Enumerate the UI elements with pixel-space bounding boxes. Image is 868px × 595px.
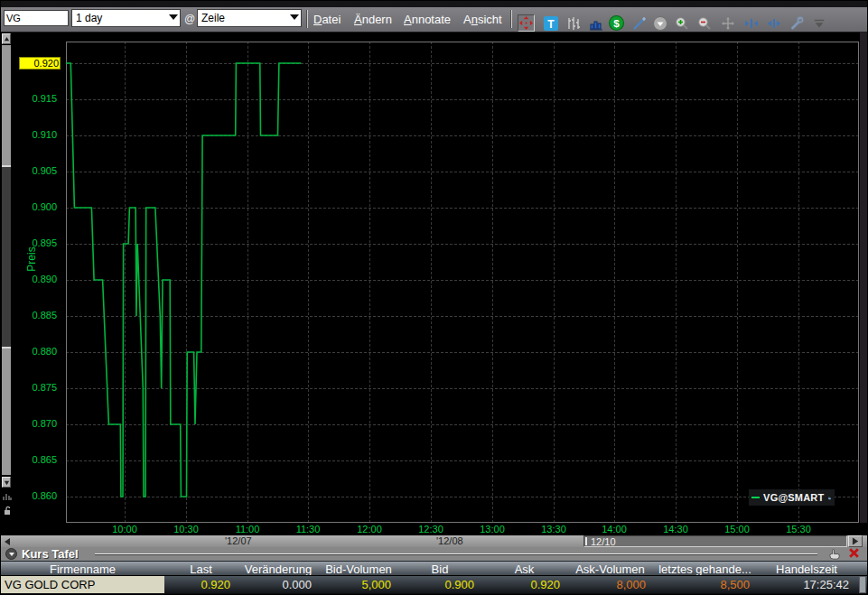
- window-top-strip: [1, 1, 868, 7]
- chart-style-value: Zeile: [201, 12, 225, 24]
- x-axis-label: 11:30: [288, 524, 328, 535]
- menu-aendern[interactable]: Ändern: [354, 13, 392, 26]
- x-axis-label: 13:30: [534, 524, 574, 535]
- quote-table-row[interactable]: VG GOLD CORP0.9200.0005,0000.9000.9208,0…: [1, 575, 868, 593]
- price-dollar-tool-icon[interactable]: $: [608, 14, 625, 32]
- settings-wrench-icon[interactable]: [788, 14, 805, 32]
- column-header-9[interactable]: Handelszeit: [757, 562, 856, 576]
- date-scrollbar[interactable]: '12/07 '12/08 12/10: [1, 535, 868, 547]
- x-axis-label: 14:00: [594, 524, 634, 535]
- date-label: '12/07: [225, 535, 252, 546]
- firmenname-cell[interactable]: VG GOLD CORP: [1, 576, 164, 593]
- chart-style-dropdown[interactable]: Zeile: [197, 9, 302, 27]
- quote-value-cell[interactable]: 8,500: [653, 578, 757, 591]
- quote-panel: Kurs Tafel FirmennameLastVeränderungBid-…: [1, 547, 868, 595]
- column-header-3[interactable]: Veränderung: [238, 562, 319, 576]
- scale-thumb[interactable]: [2, 165, 11, 349]
- toolbar-separator: [510, 10, 512, 28]
- chevron-down-icon[interactable]: [290, 14, 299, 20]
- range-cursor: [585, 537, 587, 545]
- column-header-5[interactable]: Bid: [398, 562, 481, 576]
- date-label: '12/08: [436, 535, 463, 546]
- move-tool-icon[interactable]: [518, 14, 535, 32]
- x-axis-label: 10:30: [166, 524, 206, 535]
- row-scrollbar[interactable]: [859, 576, 866, 593]
- column-header-6[interactable]: Ask: [481, 562, 567, 576]
- text-tool-icon[interactable]: T: [542, 14, 559, 32]
- x-axis-labels-row: 10:0010:3011:0011:3012:0012:3013:0013:30…: [1, 523, 868, 535]
- draw-line-tool-icon[interactable]: [630, 14, 648, 32]
- collapse-panel-button[interactable]: [5, 548, 17, 560]
- scroll-left-icon[interactable]: [2, 536, 12, 547]
- vertical-scale-strip: [1, 33, 12, 535]
- main-toolbar: 1 day @ Zeile Datei Ändern Annotate Ansi…: [1, 7, 868, 33]
- collapse-caret-icon[interactable]: [810, 14, 827, 32]
- price-line-chart[interactable]: [1, 33, 868, 535]
- zoom-out-icon[interactable]: [695, 14, 713, 32]
- period-dropdown[interactable]: 1 day: [71, 9, 181, 27]
- hand-icon: [827, 493, 832, 503]
- svg-text:$: $: [613, 17, 620, 29]
- scale-up-button[interactable]: [2, 33, 11, 44]
- x-axis-label: 13:00: [472, 524, 512, 535]
- x-axis-label: 11:00: [228, 524, 267, 535]
- chart-legend[interactable]: VG@SMART: [749, 489, 835, 506]
- menu-datei[interactable]: Datei: [313, 13, 341, 26]
- chart-type-icon[interactable]: [2, 491, 12, 502]
- x-axis-label: 10:00: [105, 524, 145, 535]
- quote-table-header: FirmennameLastVeränderungBid-VolumenBidA…: [1, 561, 868, 576]
- period-value: 1 day: [76, 12, 102, 24]
- quote-value-cell[interactable]: 8,000: [567, 578, 653, 591]
- x-axis-label: 14:30: [656, 524, 695, 535]
- column-header-1[interactable]: Firmenname: [1, 562, 164, 576]
- menu-annotate[interactable]: Annotate: [404, 13, 451, 26]
- quote-panel-header: Kurs Tafel: [1, 547, 868, 561]
- toolbar-separator: [306, 10, 308, 28]
- active-date-range[interactable]: 12/10: [583, 535, 847, 547]
- scale-track[interactable]: [2, 45, 11, 475]
- quote-value-cell[interactable]: 5,000: [319, 578, 398, 591]
- quote-value-cell[interactable]: 17:25:42: [757, 578, 856, 591]
- compress-horizontal-icon[interactable]: [765, 14, 782, 32]
- quote-value-cell[interactable]: 0.920: [164, 578, 238, 591]
- candlestick-tool-icon[interactable]: [565, 14, 582, 32]
- expand-horizontal-icon[interactable]: [742, 14, 760, 32]
- at-label: @: [184, 13, 195, 25]
- svg-text:T: T: [547, 17, 555, 30]
- quote-value-cell[interactable]: 0.920: [481, 578, 567, 591]
- menu-ansicht[interactable]: Ansicht: [463, 13, 502, 26]
- x-axis-label: 12:30: [411, 524, 451, 535]
- header-rule: [95, 553, 817, 555]
- column-header-8[interactable]: letztes gehande...: [653, 562, 757, 576]
- pan-tool-icon[interactable]: [719, 14, 736, 32]
- quote-value-cell[interactable]: 0.000: [238, 578, 319, 591]
- x-axis-label: 15:30: [779, 524, 818, 535]
- volume-chart-tool-icon[interactable]: [587, 14, 604, 32]
- column-header-2[interactable]: Last: [164, 562, 238, 576]
- quote-value-cell[interactable]: 0.900: [398, 578, 481, 591]
- trading-app-window: 1 day @ Zeile Datei Ändern Annotate Ansi…: [0, 0, 868, 595]
- legend-line-swatch: [751, 497, 760, 498]
- chart-area: 0.9200.9150.9100.9050.9000.8950.8900.885…: [1, 33, 868, 535]
- column-header-4[interactable]: Bid-Volumen: [319, 562, 398, 576]
- unlock-icon[interactable]: [2, 505, 12, 516]
- symbol-input[interactable]: [4, 10, 69, 26]
- price-line-series: [66, 63, 301, 497]
- chevron-down-icon[interactable]: [169, 14, 178, 20]
- panel-title: Kurs Tafel: [22, 547, 79, 561]
- active-date-label: 12/10: [591, 536, 616, 547]
- column-header-7[interactable]: Ask-Volumen: [567, 562, 653, 576]
- x-axis-label: 12:00: [350, 524, 389, 535]
- scale-down-button[interactable]: [2, 477, 11, 488]
- zoom-in-icon[interactable]: [673, 14, 690, 32]
- draw-tool-dropdown-icon[interactable]: [651, 14, 668, 32]
- legend-label: VG@SMART: [763, 492, 824, 503]
- x-axis-label: 15:00: [717, 524, 757, 535]
